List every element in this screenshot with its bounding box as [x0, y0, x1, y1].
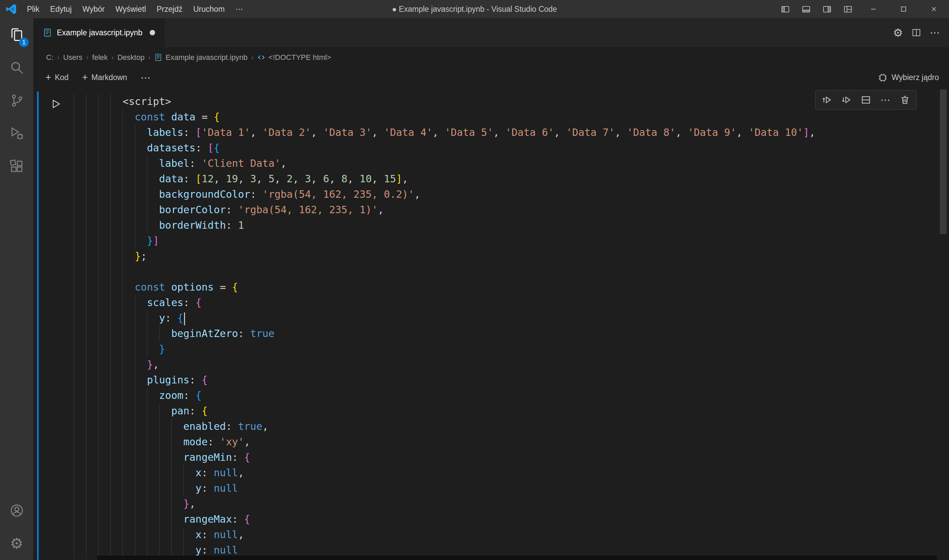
code-line[interactable]: data: [12, 19, 3, 5, 2, 3, 6, 8, 10, 15]… — [74, 171, 937, 187]
code-line[interactable]: labels: ['Data 1', 'Data 2', 'Data 3', '… — [74, 125, 937, 140]
code-line[interactable]: mode: 'xy', — [74, 434, 937, 450]
code-line[interactable]: rangeMin: { — [74, 450, 937, 465]
menu-item-wyswietl[interactable]: Wyświetl — [110, 0, 151, 18]
cell-toolbar: ⋯ — [815, 90, 917, 110]
scrollbar-thumb[interactable] — [940, 89, 947, 234]
code-line[interactable]: backgroundColor: 'rgba(54, 162, 235, 0.2… — [74, 187, 937, 202]
indent-guide — [147, 465, 159, 481]
code-token: , — [189, 498, 195, 509]
add-code-cell-button[interactable]: + Kod — [45, 73, 69, 82]
activitybar-item-extensions[interactable] — [0, 150, 33, 183]
activitybar-item-run-debug[interactable] — [0, 117, 33, 150]
cell-focus-indicator — [37, 91, 39, 560]
add-markdown-cell-button[interactable]: + Markdown — [82, 73, 127, 82]
code-line[interactable]: datasets: [{ — [74, 140, 937, 156]
indent-guide — [183, 465, 195, 481]
code-line[interactable]: } — [74, 342, 937, 357]
code-token: : — [183, 389, 195, 401]
activitybar-item-account[interactable] — [0, 494, 33, 527]
indent-guide — [135, 156, 147, 171]
code-token: 'xy' — [220, 436, 244, 448]
breadcrumb-item-users[interactable]: Users — [63, 53, 82, 62]
code-token: zoom — [159, 389, 183, 401]
customize-layout-button[interactable] — [837, 0, 858, 18]
code-line[interactable]: borderColor: 'rgba(54, 162, 235, 1)', — [74, 202, 937, 218]
code-line[interactable]: beginAtZero: true — [74, 326, 937, 342]
code-line[interactable]: }, — [74, 357, 937, 372]
split-editor-button[interactable] — [912, 28, 921, 37]
indent-guide — [98, 94, 110, 109]
menu-item-przejdz[interactable]: Przejdź — [151, 0, 188, 18]
run-cell-button[interactable] — [48, 96, 63, 112]
activitybar-item-source-control[interactable] — [0, 84, 33, 117]
modified-dot[interactable] — [150, 30, 155, 35]
code-line[interactable]: scales: { — [74, 295, 937, 311]
menu-item-edytuj[interactable]: Edytuj — [45, 0, 77, 18]
code-line[interactable]: }] — [74, 233, 937, 249]
notebook-settings-button[interactable]: ⚙ — [893, 27, 903, 38]
split-cell-button[interactable] — [857, 92, 875, 108]
indent-guide — [110, 187, 123, 202]
code-line[interactable]: const options = { — [74, 280, 937, 295]
cell-more-actions-button[interactable]: ⋯ — [877, 92, 894, 108]
minimize-button[interactable] — [858, 0, 889, 18]
indent-guide — [147, 434, 159, 450]
indent-guide — [98, 527, 110, 543]
execute-above-button[interactable] — [818, 92, 836, 108]
code-line[interactable]: label: 'Client Data', — [74, 156, 937, 171]
code-line[interactable]: borderWidth: 1 — [74, 218, 937, 233]
indent-guide — [123, 419, 135, 434]
code-line[interactable]: pan: { — [74, 403, 937, 419]
indent-guide — [86, 233, 98, 249]
toggle-primary-sidebar-button[interactable] — [775, 0, 795, 18]
code-token: 'Data 3' — [323, 126, 372, 138]
code-line[interactable]: enabled: true, — [74, 419, 937, 434]
code-line[interactable] — [74, 264, 937, 280]
code-line[interactable]: plugins: { — [74, 372, 937, 388]
code-line[interactable]: x: null, — [74, 465, 937, 481]
menu-item-uruchom[interactable]: Uruchom — [188, 0, 230, 18]
indent-guide — [123, 109, 135, 125]
indent-guide — [110, 419, 123, 434]
code-line[interactable]: }; — [74, 249, 937, 264]
code-token: 'Data 9' — [688, 126, 737, 138]
code-token: 'Data 7' — [566, 126, 615, 138]
toggle-panel-button[interactable] — [795, 0, 817, 18]
close-window-button[interactable] — [919, 0, 949, 18]
code-line[interactable]: }, — [74, 496, 937, 512]
delete-cell-button[interactable] — [896, 92, 914, 108]
execute-below-button[interactable] — [838, 92, 855, 108]
breadcrumb-item-felek[interactable]: felek — [92, 53, 108, 62]
menu-item-wybor[interactable]: Wybór — [77, 0, 110, 18]
menu-item-plik[interactable]: Plik — [22, 0, 45, 18]
tab-strip: Example javascript.ipynb ⚙ ⋯ — [33, 18, 949, 47]
menu-item-overflow[interactable]: ⋯ — [230, 0, 249, 18]
code-line[interactable]: y: null — [74, 481, 937, 496]
maximize-button[interactable] — [889, 0, 919, 18]
activitybar-item-settings[interactable]: ⚙ — [0, 527, 33, 560]
code-line[interactable]: y: { — [74, 311, 937, 326]
indent-guide — [86, 543, 98, 558]
kernel-picker-button[interactable]: Wybierz jądro — [878, 73, 939, 82]
code-line[interactable]: x: null, — [74, 527, 937, 543]
notebook-toolbar-more-button[interactable]: ⋯ — [141, 73, 151, 83]
activitybar-item-search[interactable] — [0, 51, 33, 84]
breadcrumb-item-desktop[interactable]: Desktop — [117, 53, 145, 62]
code-line[interactable]: <script> — [74, 94, 937, 109]
editor-more-actions-button[interactable]: ⋯ — [930, 28, 940, 38]
breadcrumb-item-file[interactable]: Example javascript.ipynb — [154, 53, 247, 62]
toggle-secondary-sidebar-button[interactable] — [817, 0, 837, 18]
tab-example-javascript-ipynb[interactable]: Example javascript.ipynb — [33, 18, 165, 47]
indent-guide — [135, 450, 147, 465]
breadcrumb-item-doctype[interactable]: <!DOCTYPE html> — [257, 53, 331, 62]
breadcrumb-item-drive[interactable]: C: — [46, 53, 54, 62]
cell-editor[interactable]: <script>const data = {labels: ['Data 1',… — [73, 91, 937, 560]
code-token: true — [250, 328, 274, 339]
code-line[interactable]: rangeMax: { — [74, 512, 937, 527]
code-line[interactable]: zoom: { — [74, 388, 937, 403]
activitybar-item-explorer[interactable]: 1 — [0, 18, 33, 51]
code-token: = — [214, 281, 232, 293]
code-line[interactable]: const data = { — [74, 109, 937, 125]
indent-guide — [123, 403, 135, 419]
indent-guide — [110, 94, 123, 109]
